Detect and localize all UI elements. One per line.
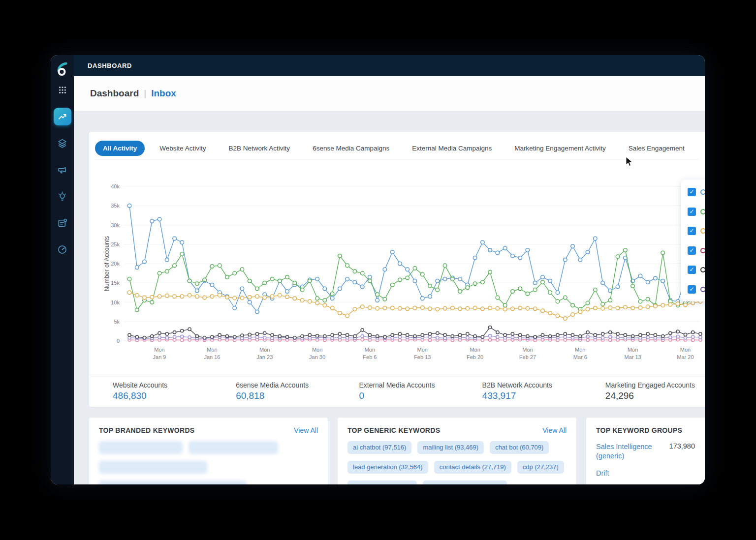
tab-sales-engagement[interactable]: Sales Engagement (621, 141, 693, 156)
nav-insights[interactable] (51, 184, 74, 210)
keyword-chip[interactable]: company id (24,567) (347, 480, 417, 484)
legend-checkbox[interactable]: ✓ (688, 246, 696, 255)
stat-value: 0 (359, 390, 458, 401)
stat-value: 60,818 (236, 390, 335, 401)
svg-text:20k: 20k (111, 261, 120, 267)
stat-label: Marketing Engaged Accounts (605, 381, 705, 389)
activity-chart: 05k10k15k20k25k30k35k40kNumber of Accoun… (89, 176, 705, 372)
keyword-chip[interactable]: chat bot (60,709) (490, 441, 549, 454)
branded-keyword-chips (99, 441, 318, 484)
logo-6sense-icon[interactable] (56, 62, 69, 77)
breadcrumb-current: Dashboard (90, 88, 139, 99)
legend-checkbox[interactable]: ✓ (688, 188, 696, 196)
svg-text:Mon: Mon (417, 347, 428, 353)
tab-6sense-media-campaigns[interactable]: 6sense Media Campaigns (305, 141, 397, 156)
tab-all-activity[interactable]: All Activity (95, 141, 145, 156)
svg-text:25k: 25k (111, 241, 120, 247)
keyword-chip[interactable]: lead generation (32,564) (347, 461, 428, 474)
svg-text:Jan 30: Jan 30 (309, 354, 325, 360)
stat-label: B2B Network Accounts (482, 381, 582, 389)
legend-series-marker-icon (700, 267, 705, 272)
svg-text:Feb 27: Feb 27 (519, 354, 536, 360)
svg-text:Mon: Mon (154, 347, 164, 353)
legend-series-marker-icon (700, 287, 705, 292)
keyword-chip[interactable]: conversational ai (22,970) (423, 480, 507, 484)
tab-website-activity[interactable]: Website Activity (152, 141, 214, 156)
legend-checkbox[interactable]: ✓ (688, 266, 696, 274)
svg-text:15k: 15k (111, 280, 120, 286)
svg-text:40k: 40k (111, 183, 120, 189)
svg-text:Mon: Mon (259, 347, 270, 353)
legend-item-0: ✓ (688, 182, 705, 202)
svg-text:Jan 9: Jan 9 (153, 354, 166, 360)
keyword-chip[interactable]: mailing list (93,469) (417, 441, 484, 454)
svg-text:0: 0 (117, 338, 120, 344)
branded-keywords-title: TOP BRANDED KEYWORDS (99, 426, 195, 434)
keyword-group-value: 173,980 (669, 442, 695, 461)
stat-external-media-accounts: External Media Accounts0 (335, 381, 458, 401)
app-window: DASHBOARD Dashboard | Inbox All Activity… (51, 55, 705, 484)
svg-text:Mar 13: Mar 13 (625, 354, 641, 360)
nav-campaigns[interactable] (51, 157, 74, 184)
redacted-keyword-chip[interactable] (189, 441, 278, 454)
breadcrumb-inbox-link[interactable]: Inbox (151, 88, 176, 99)
stat-label: External Media Accounts (359, 381, 458, 389)
breadcrumb-separator: | (144, 88, 146, 99)
svg-text:Mon: Mon (680, 347, 691, 353)
redacted-keyword-chip[interactable] (99, 461, 207, 474)
keyword-chip[interactable]: cdp (27,237) (517, 461, 564, 474)
legend-series-marker-icon (700, 228, 705, 234)
keyword-group-link[interactable]: Drift (596, 469, 609, 478)
legend-item-3: ✓ (688, 241, 705, 261)
svg-text:30k: 30k (111, 222, 120, 228)
keyword-group-link[interactable]: Sales Intelligence (generic) (596, 442, 669, 461)
page-title: DASHBOARD (88, 62, 132, 69)
activity-chart-card: All ActivityWebsite ActivityB2B Network … (89, 131, 705, 407)
legend-series-marker-icon (700, 189, 705, 195)
tab-marketing-engagement-activity[interactable]: Marketing Engagement Activity (506, 141, 613, 156)
page-body: All ActivityWebsite ActivityB2B Network … (74, 111, 705, 484)
legend-checkbox[interactable]: ✓ (688, 227, 696, 235)
activity-tabs: All ActivityWebsite ActivityB2B Network … (95, 139, 699, 160)
svg-text:Mon: Mon (522, 347, 533, 353)
stat-label: Website Accounts (113, 381, 212, 389)
legend-series-marker-icon (700, 248, 705, 253)
keyword-group-row: Sales Intelligence (generic)173,980 (596, 442, 695, 461)
legend-checkbox[interactable]: ✓ (688, 208, 696, 216)
gauge-icon (57, 244, 67, 257)
nav-reports[interactable] (51, 210, 74, 237)
legend-item-5: ✓ (688, 280, 705, 300)
chart-legend-panel: ✓✓✓✓✓✓ (681, 180, 705, 301)
generic-view-all-link[interactable]: View All (542, 426, 567, 434)
svg-text:5k: 5k (114, 319, 120, 325)
branded-view-all-link[interactable]: View All (294, 426, 318, 434)
top-keyword-groups-card: TOP KEYWORD GROUPS Sales Intelligence (g… (586, 417, 705, 484)
tab-b2b-network-activity[interactable]: B2B Network Activity (221, 141, 298, 156)
svg-text:Number of Accounts: Number of Accounts (103, 236, 110, 292)
nav-segments[interactable] (51, 131, 74, 157)
keyword-groups-title: TOP KEYWORD GROUPS (596, 426, 682, 434)
lightbulb-icon (57, 191, 67, 204)
stat-website-accounts: Website Accounts486,830 (89, 381, 212, 401)
svg-text:Feb 6: Feb 6 (363, 354, 377, 360)
svg-text:Feb 13: Feb 13 (414, 354, 431, 360)
stat-label: 6sense Media Accounts (236, 381, 335, 389)
apps-grid-icon[interactable] (56, 84, 69, 96)
keyword-group-row: Drift (596, 469, 695, 478)
svg-text:Jan 16: Jan 16 (204, 354, 220, 360)
redacted-keyword-chip[interactable] (99, 441, 183, 454)
nav-performance[interactable] (51, 237, 74, 264)
legend-item-4: ✓ (688, 260, 705, 280)
keyword-chip[interactable]: contact details (27,719) (434, 461, 511, 474)
svg-text:Mar 20: Mar 20 (677, 354, 693, 360)
legend-checkbox[interactable]: ✓ (688, 285, 696, 294)
redacted-keyword-chip[interactable] (99, 480, 247, 484)
keyword-chip[interactable]: ai chatbot (97,516) (347, 441, 411, 454)
svg-text:Jan 23: Jan 23 (256, 354, 273, 360)
stat-6sense-media-accounts: 6sense Media Accounts60,818 (212, 381, 335, 401)
tab-external-media-campaigns[interactable]: External Media Campaigns (404, 141, 500, 156)
nav-dashboards[interactable] (51, 102, 74, 131)
layers-icon (57, 138, 67, 150)
generic-keywords-title: TOP GENERIC KEYWORDS (347, 426, 440, 434)
svg-text:35k: 35k (111, 203, 120, 209)
